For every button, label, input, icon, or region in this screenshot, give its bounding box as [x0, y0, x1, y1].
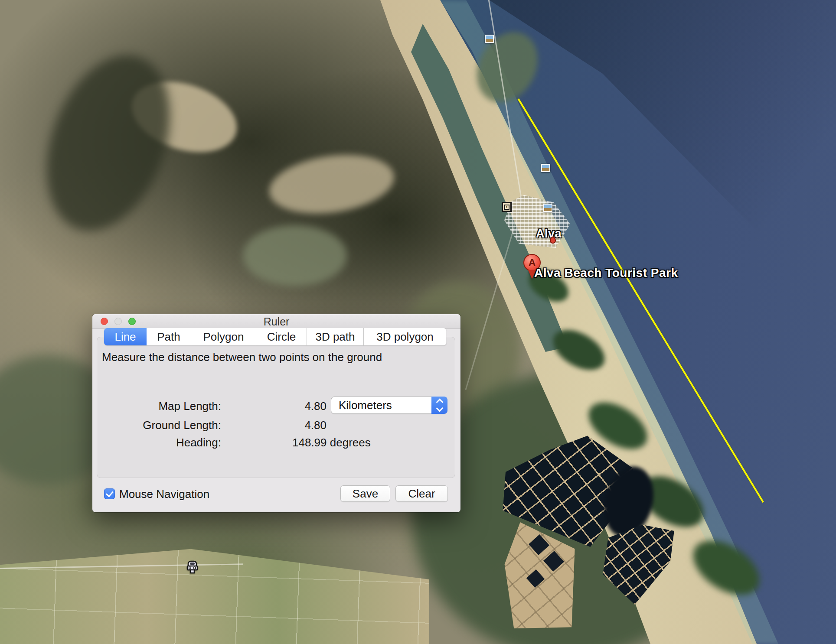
photo-icon[interactable] [485, 35, 494, 43]
ground-length-value: 4.80 [92, 419, 327, 432]
dropdown-stepper[interactable] [431, 397, 447, 414]
tab-line[interactable]: Line [104, 328, 147, 345]
pond-cell [529, 534, 549, 555]
photo-icon[interactable] [541, 164, 550, 172]
saltpan-patch [265, 147, 398, 221]
clear-button[interactable]: Clear [395, 485, 448, 502]
tab-circle[interactable]: Circle [256, 328, 307, 345]
chevron-down-icon [436, 405, 443, 412]
poi-label: Alva Beach Tourist Park [534, 266, 678, 280]
mouse-navigation-label: Mouse Navigation [119, 488, 209, 501]
save-button[interactable]: Save [340, 485, 390, 502]
window-title: Ruler [92, 315, 460, 328]
tab-path[interactable]: Path [147, 328, 191, 345]
tab-3d-polygon[interactable]: 3D polygon [364, 328, 446, 345]
town-marker-icon[interactable] [550, 237, 556, 244]
wetland-patch [243, 225, 347, 286]
town-label: Alva [536, 227, 562, 241]
populated-place-icon-inner [504, 205, 509, 210]
map-length-value: 4.80 [92, 400, 327, 413]
tab-polygon[interactable]: Polygon [191, 328, 256, 345]
unit-selected: Kilometers [339, 397, 392, 413]
tool-description: Measure the distance between two points … [102, 351, 382, 364]
pond-cell [543, 551, 564, 572]
populated-place-icon[interactable] [502, 202, 512, 212]
car-poi-icon[interactable] [186, 559, 198, 576]
heading-value: 148.99 degrees [292, 436, 371, 449]
farm-fields [0, 547, 429, 644]
tab-3d-path[interactable]: 3D path [307, 328, 364, 345]
unit-dropdown[interactable]: Kilometers [331, 397, 447, 414]
window-titlebar[interactable]: Ruler [92, 314, 460, 329]
ruler-window: Ruler Line Path Polygon Circle 3D path 3… [92, 314, 460, 512]
ruler-tab-bar: Line Path Polygon Circle 3D path 3D poly… [104, 328, 447, 345]
heading-label: Heading: [92, 436, 221, 449]
check-icon [105, 489, 113, 498]
populated-place-icon-dot [506, 206, 507, 208]
photo-icon[interactable] [543, 204, 552, 212]
pond-cell [526, 569, 545, 588]
mouse-navigation-checkbox[interactable] [104, 488, 115, 499]
